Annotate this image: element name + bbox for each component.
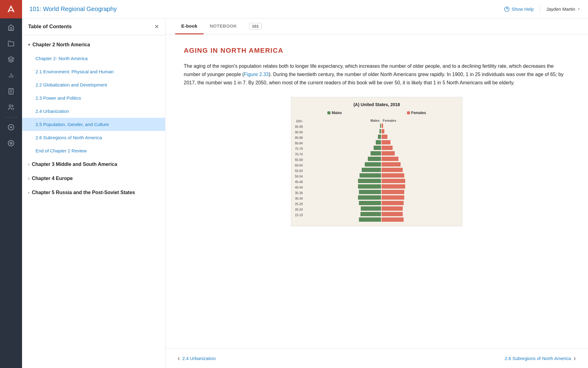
bars-header: Males Females (304, 119, 458, 122)
bars-right (382, 212, 458, 216)
female-bar (382, 206, 403, 211)
bars-right (382, 146, 458, 150)
chart-container: (A) United States, 2018 Males Females (184, 97, 570, 226)
prev-nav-button[interactable]: ‹ 2.4 Urbanization (178, 355, 216, 362)
app-title: 101: World Regional Geography (29, 6, 504, 13)
age-label: 35-39 (295, 190, 303, 196)
male-bar (376, 140, 381, 144)
bars-left (304, 184, 381, 189)
bar-row (304, 184, 458, 189)
male-bar (360, 212, 381, 216)
age-label: 25-29 (295, 201, 303, 207)
toc-item-ch2-6[interactable]: 2.6 Subregions of North America (22, 131, 165, 144)
chapter-5-header[interactable]: › Chapter 5 Russia and the Post-Soviet S… (22, 186, 165, 200)
bars-left (304, 162, 381, 167)
female-bar (382, 162, 401, 167)
add-button[interactable] (0, 119, 22, 135)
bars-right (382, 206, 458, 211)
chevron-right-icon-3: › (28, 162, 29, 167)
age-label: 85-89 (295, 135, 303, 141)
svg-point-8 (9, 105, 11, 107)
male-bar (358, 195, 381, 200)
swap-button[interactable] (0, 135, 22, 151)
body-paragraph: The aging of the region's population rel… (184, 62, 570, 87)
bars-right (382, 217, 458, 222)
age-label: 100+ (296, 119, 303, 124)
toc-item-ch2-1[interactable]: 2.1 Environment: Physical and Human (22, 65, 165, 78)
layers-button[interactable] (0, 52, 22, 67)
females-header-label: Females (382, 119, 458, 122)
bottom-nav: ‹ 2.4 Urbanization 2.6 Subregions of Nor… (165, 348, 588, 368)
next-nav-label[interactable]: 2.6 Subregions of North America (505, 356, 571, 361)
header-right: Show Help Jayden Martin (504, 5, 581, 13)
age-label: 60-64 (295, 163, 303, 168)
bars-right (382, 179, 458, 183)
bars-left (304, 201, 381, 205)
bars-left (304, 217, 381, 222)
folder-button[interactable] (0, 36, 22, 52)
bars-left (304, 129, 381, 133)
males-header-label: Males (304, 119, 381, 122)
male-bar (362, 168, 381, 172)
male-bar (358, 184, 381, 189)
toc-item-ch2-3[interactable]: 2.3 Power and Politics (22, 91, 165, 105)
chevron-right-icon-5: › (28, 190, 29, 195)
chapter-2-header[interactable]: ▾ Chapter 2 North America (22, 38, 165, 52)
age-label: 90-94 (295, 130, 303, 135)
bars-right (382, 151, 458, 155)
bar-row (304, 206, 458, 211)
bar-row (304, 217, 458, 222)
female-bar (382, 135, 387, 139)
female-bar (382, 184, 405, 189)
toc-header: Table of Contents ✕ (22, 18, 165, 35)
toc-item-ch2-review[interactable]: End of Chapter 2 Review (22, 144, 165, 157)
bars-right (382, 124, 458, 128)
toc-item-ch2-5[interactable]: 2.5 Population, Gender, and Culture (22, 118, 165, 131)
bars-left (304, 168, 381, 172)
bar-row (304, 123, 458, 128)
male-bar (374, 146, 381, 150)
bars-left (304, 206, 381, 211)
tab-badge[interactable]: 101 (243, 18, 268, 34)
users-button[interactable] (0, 99, 22, 115)
bar-row (304, 200, 458, 206)
prev-nav-label[interactable]: 2.4 Urbanization (182, 356, 216, 361)
bars-right (382, 157, 458, 161)
bar-row (304, 173, 458, 178)
toc-item-ch2-2[interactable]: 2.2 Globalization and Development (22, 78, 165, 91)
show-help-label: Show Help (511, 6, 534, 12)
svg-point-12 (8, 140, 14, 146)
tab-ebook[interactable]: E-book (175, 18, 204, 34)
males-dot (327, 111, 330, 114)
main-content: E-book NOTEBOOK 101 AGING IN NORTH AMERI… (165, 18, 588, 368)
next-arrow-icon: › (574, 355, 576, 362)
chapter-4-header[interactable]: › Chapter 4 Europe (22, 171, 165, 186)
show-help-button[interactable]: Show Help (504, 6, 534, 12)
toc-close-button[interactable]: ✕ (154, 23, 159, 30)
chapter-4-section: › Chapter 4 Europe (22, 171, 165, 186)
chapter-4-label: Chapter 4 Europe (32, 176, 73, 181)
app-logo[interactable] (0, 0, 22, 18)
bar-row (304, 156, 458, 162)
user-name: Jayden Martin (546, 6, 575, 12)
male-bar (359, 217, 381, 222)
chapter-5-label: Chapter 5 Russia and the Post-Soviet Sta… (32, 190, 135, 195)
next-nav-button[interactable]: 2.6 Subregions of North America › (505, 355, 576, 362)
tab-notebook[interactable]: NOTEBOOK (204, 18, 243, 34)
content-scroll[interactable]: AGING IN NORTH AMERICA The aging of the … (165, 34, 588, 368)
male-bar (379, 129, 381, 133)
toc-item-ch2-4[interactable]: 2.4 Urbanization (22, 105, 165, 118)
pyramid-chart-wrapper: (A) United States, 2018 Males Females (291, 97, 462, 226)
age-label: 50-54 (295, 174, 303, 179)
bar-row (304, 145, 458, 151)
chart-button[interactable] (0, 67, 22, 83)
figure-link[interactable]: Figure 2.33 (244, 72, 269, 77)
notebook-button[interactable] (0, 83, 22, 99)
user-menu[interactable]: Jayden Martin (546, 6, 581, 12)
age-label: 40-44 (295, 185, 303, 190)
bars-right (382, 162, 458, 167)
toc-item-ch2-intro[interactable]: Chapter 2- North America (22, 52, 165, 65)
home-button[interactable] (0, 20, 22, 36)
chapter-3-header[interactable]: › Chapter 3 Middle and South America (22, 157, 165, 171)
chapter-2-label: Chapter 2 North America (32, 42, 90, 48)
